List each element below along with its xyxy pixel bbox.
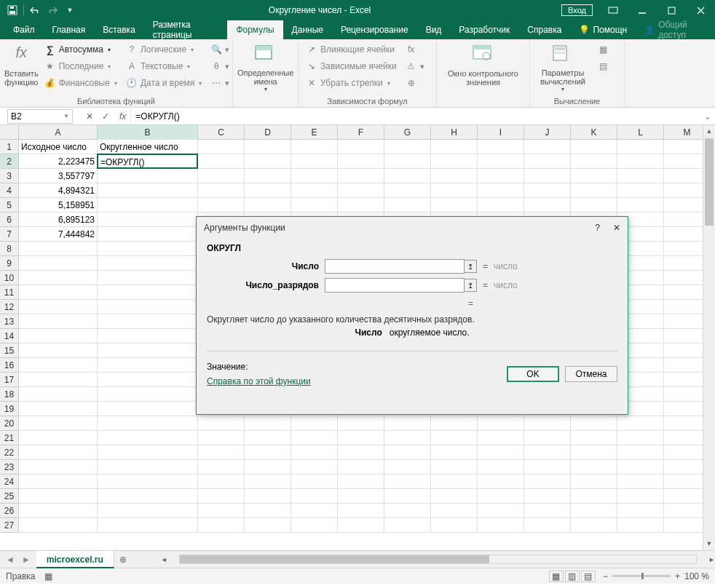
cell-F2[interactable] xyxy=(338,154,384,169)
cell-E1[interactable] xyxy=(291,140,338,154)
cell-B2[interactable]: =ОКРУГЛ() xyxy=(97,154,198,169)
ok-button[interactable]: OK xyxy=(507,366,559,382)
more-fn-3[interactable]: ⋯▾ xyxy=(208,75,232,91)
sheet-tab[interactable]: microexcel.ru xyxy=(36,551,114,568)
show-formulas-button[interactable]: fx xyxy=(403,41,427,57)
share-button[interactable]: 👤Общий доступ xyxy=(636,20,715,39)
row-header-15[interactable]: 15 xyxy=(0,343,18,358)
tab-file[interactable]: Файл xyxy=(4,20,44,39)
trace-precedents-button[interactable]: ↗Влияющие ячейки xyxy=(303,41,400,57)
cell-J2[interactable] xyxy=(524,154,571,169)
cell-B22[interactable] xyxy=(98,445,198,460)
zoom-slider[interactable] xyxy=(612,575,671,577)
cell-G1[interactable] xyxy=(384,140,431,154)
cell-J20[interactable] xyxy=(524,416,571,431)
cell-D25[interactable] xyxy=(245,489,291,504)
cell-C4[interactable] xyxy=(198,183,245,198)
cell-C3[interactable] xyxy=(198,169,245,183)
cell-H2[interactable] xyxy=(431,154,478,169)
row-header-27[interactable]: 27 xyxy=(0,518,18,533)
qat-dropdown-icon[interactable]: ▼ xyxy=(62,2,78,18)
cancel-button[interactable]: Отмена xyxy=(565,366,617,382)
cell-B20[interactable] xyxy=(98,416,198,431)
cell-L25[interactable] xyxy=(617,489,664,504)
tab-help[interactable]: Справка xyxy=(518,20,570,39)
cell-C27[interactable] xyxy=(198,518,245,533)
cell-B3[interactable] xyxy=(98,169,198,183)
horizontal-scrollbar[interactable] xyxy=(179,555,697,564)
cell-G26[interactable] xyxy=(384,504,431,518)
more-fn-2[interactable]: θ▾ xyxy=(208,58,232,74)
cell-C21[interactable] xyxy=(198,431,245,445)
row-header-22[interactable]: 22 xyxy=(0,445,18,460)
cell-J26[interactable] xyxy=(524,504,571,518)
vertical-scrollbar[interactable]: ▲ ▼ xyxy=(703,125,715,550)
dialog-titlebar[interactable]: Аргументы функции ? ✕ xyxy=(197,217,628,239)
calc-options-button[interactable]: Параметры вычислений ▾ xyxy=(534,41,591,92)
col-header-I[interactable]: I xyxy=(478,125,524,140)
cell-B21[interactable] xyxy=(98,431,198,445)
cell-G27[interactable] xyxy=(384,518,431,533)
calc-now-button[interactable]: ▦ xyxy=(594,41,612,57)
cell-K4[interactable] xyxy=(571,183,617,198)
cell-A10[interactable] xyxy=(19,271,98,285)
row-header-7[interactable]: 7 xyxy=(0,227,18,242)
cell-C24[interactable] xyxy=(198,474,245,489)
cell-C25[interactable] xyxy=(198,489,245,504)
cell-F23[interactable] xyxy=(338,460,384,474)
cell-B12[interactable] xyxy=(98,300,198,314)
add-sheet-icon[interactable]: ⊕ xyxy=(114,555,132,565)
enter-formula-icon[interactable]: ✓ xyxy=(102,111,109,122)
cell-E26[interactable] xyxy=(291,504,338,518)
cell-L20[interactable] xyxy=(617,416,664,431)
cell-I3[interactable] xyxy=(478,169,524,183)
cell-A27[interactable] xyxy=(19,518,98,533)
scroll-thumb[interactable] xyxy=(705,138,714,226)
cell-K20[interactable] xyxy=(571,416,617,431)
datetime-button[interactable]: 🕐Дата и время▾ xyxy=(123,75,205,91)
cell-L24[interactable] xyxy=(617,474,664,489)
cell-J27[interactable] xyxy=(524,518,571,533)
cell-J25[interactable] xyxy=(524,489,571,504)
cell-B5[interactable] xyxy=(98,198,198,212)
cell-H26[interactable] xyxy=(431,504,478,518)
trace-dependents-button[interactable]: ↘Зависимые ячейки xyxy=(303,58,400,74)
cell-G20[interactable] xyxy=(384,416,431,431)
cell-E4[interactable] xyxy=(291,183,338,198)
insert-function-button[interactable]: fx Вставить функцию xyxy=(4,41,39,92)
cell-G21[interactable] xyxy=(384,431,431,445)
cell-A13[interactable] xyxy=(19,314,98,329)
row-header-9[interactable]: 9 xyxy=(0,256,18,271)
col-header-E[interactable]: E xyxy=(291,125,338,140)
cell-F1[interactable] xyxy=(338,140,384,154)
cell-I23[interactable] xyxy=(478,460,524,474)
cell-I4[interactable] xyxy=(478,183,524,198)
page-break-view-icon[interactable]: ▤ xyxy=(581,571,596,582)
cell-H22[interactable] xyxy=(431,445,478,460)
arg1-input[interactable] xyxy=(325,259,465,274)
tab-data[interactable]: Данные xyxy=(283,20,332,39)
cell-J5[interactable] xyxy=(524,198,571,212)
save-icon[interactable] xyxy=(4,2,20,18)
col-header-D[interactable]: D xyxy=(245,125,291,140)
cell-L27[interactable] xyxy=(617,518,664,533)
cell-B8[interactable] xyxy=(98,242,198,256)
tab-formulas[interactable]: Формулы xyxy=(227,20,283,39)
cell-I24[interactable] xyxy=(478,474,524,489)
cell-K5[interactable] xyxy=(571,198,617,212)
col-header-L[interactable]: L xyxy=(617,125,664,140)
cell-B10[interactable] xyxy=(98,271,198,285)
cell-A22[interactable] xyxy=(19,445,98,460)
scroll-up-icon[interactable]: ▲ xyxy=(703,125,715,138)
cell-D26[interactable] xyxy=(245,504,291,518)
cell-F24[interactable] xyxy=(338,474,384,489)
cell-I20[interactable] xyxy=(478,416,524,431)
row-header-21[interactable]: 21 xyxy=(0,431,18,445)
cell-B9[interactable] xyxy=(98,256,198,271)
cell-G23[interactable] xyxy=(384,460,431,474)
error-check-button[interactable]: ⚠▾ xyxy=(403,58,427,74)
financial-button[interactable]: 💰Финансовые▾ xyxy=(42,75,120,91)
scroll-down-icon[interactable]: ▼ xyxy=(703,538,715,550)
calc-sheet-button[interactable]: ▤ xyxy=(594,58,612,74)
cell-A23[interactable] xyxy=(19,460,98,474)
